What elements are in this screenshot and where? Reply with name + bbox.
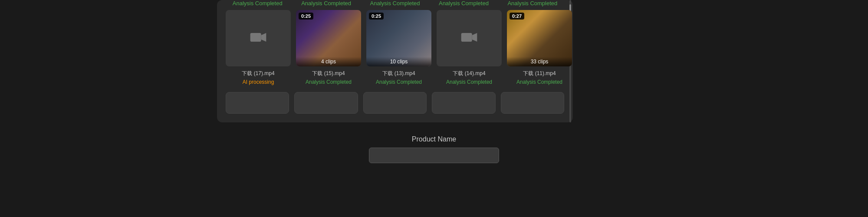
placeholder-box-2 [363, 92, 427, 114]
video-filename-v5: 下载 (11).mp4 [523, 70, 556, 77]
video-thumbnail-v5[interactable]: 0:2733 clips [507, 10, 572, 66]
clips-badge-v3: 10 clips [366, 57, 431, 66]
video-status-v5: Analysis Completed [516, 79, 562, 85]
svg-rect-0 [250, 33, 261, 42]
product-name-input[interactable] [369, 148, 499, 163]
product-section: Product Name [369, 135, 499, 163]
clips-badge-v5: 33 clips [507, 57, 572, 66]
svg-rect-2 [461, 33, 472, 42]
svg-marker-3 [472, 33, 477, 42]
video-filename-v4: 下载 (14).mp4 [453, 70, 485, 77]
video-grid: 下载 (17).mp4AI processing0:254 clips下载 (1… [226, 10, 564, 85]
duration-badge-v5: 0:27 [510, 13, 524, 20]
placeholder-box-1 [294, 92, 358, 114]
status-label-top-s1: Analysis Completed [226, 0, 289, 7]
placeholder-box-0 [226, 92, 289, 114]
video-item-v4[interactable]: 下载 (14).mp4Analysis Completed [437, 10, 502, 85]
video-filename-v3: 下载 (13).mp4 [382, 70, 415, 77]
status-row-top: Analysis CompletedAnalysis CompletedAnal… [226, 0, 564, 7]
video-thumbnail-v2[interactable]: 0:254 clips [296, 10, 361, 66]
clips-badge-v2: 4 clips [296, 57, 361, 66]
placeholder-row [226, 92, 564, 114]
video-item-v5[interactable]: 0:2733 clips下载 (11).mp4Analysis Complete… [507, 10, 572, 85]
camera-icon-v4 [460, 29, 478, 48]
camera-icon-v1 [250, 29, 267, 48]
product-name-label: Product Name [369, 135, 499, 143]
placeholder-box-4 [501, 92, 564, 114]
video-thumbnail-v4[interactable] [437, 10, 502, 66]
status-label-top-s4: Analysis Completed [432, 0, 495, 7]
video-status-v2: Analysis Completed [306, 79, 352, 85]
duration-badge-v2: 0:25 [299, 13, 313, 20]
duration-badge-v3: 0:25 [369, 13, 384, 20]
video-item-v2[interactable]: 0:254 clips下载 (15).mp4Analysis Completed [296, 10, 361, 85]
video-thumbnail-v3[interactable]: 0:2510 clips [366, 10, 431, 66]
status-label-top-s3: Analysis Completed [363, 0, 427, 7]
video-status-v4: Analysis Completed [446, 79, 492, 85]
video-item-v1[interactable]: 下载 (17).mp4AI processing [226, 10, 291, 85]
status-label-top-s2: Analysis Completed [294, 0, 358, 7]
svg-marker-1 [261, 33, 266, 42]
video-status-v3: Analysis Completed [376, 79, 422, 85]
status-label-top-s5: Analysis Completed [501, 0, 564, 7]
video-filename-v2: 下载 (15).mp4 [312, 70, 345, 77]
video-thumbnail-v1[interactable] [226, 10, 291, 66]
placeholder-box-3 [432, 92, 495, 114]
card-panel: Analysis CompletedAnalysis CompletedAnal… [217, 0, 573, 122]
main-container: Analysis CompletedAnalysis CompletedAnal… [0, 0, 868, 217]
video-status-v1: AI processing [243, 79, 274, 85]
video-item-v3[interactable]: 0:2510 clips下载 (13).mp4Analysis Complete… [366, 10, 431, 85]
video-filename-v1: 下载 (17).mp4 [242, 70, 274, 77]
